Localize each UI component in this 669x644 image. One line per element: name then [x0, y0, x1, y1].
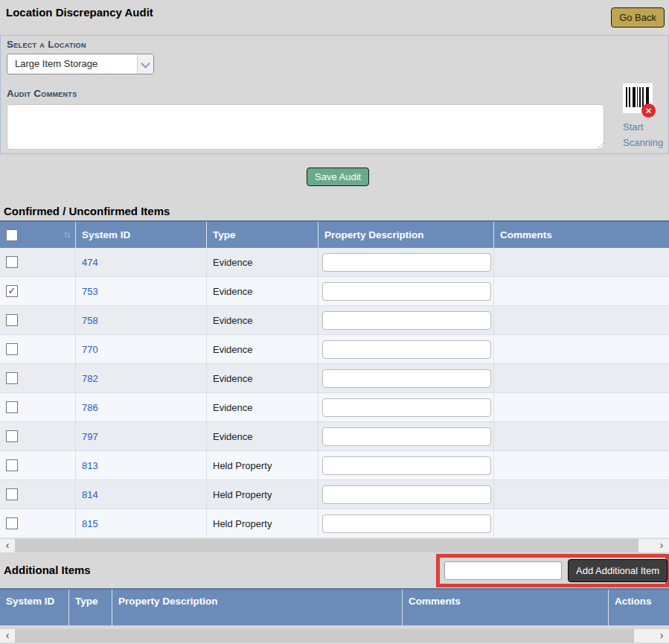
- property-description-input[interactable]: [322, 311, 491, 330]
- row-checkbox[interactable]: [6, 401, 18, 413]
- location-discrepancy-audit-page: Location Discrepancy Audit Go Back Selec…: [0, 0, 669, 644]
- comments-cell: [493, 480, 669, 508]
- column-header-actions[interactable]: Actions: [608, 590, 669, 625]
- table-row: 813 Held Property: [0, 451, 669, 480]
- comments-cell: [493, 451, 669, 479]
- comments-cell: [493, 393, 669, 421]
- system-id-link[interactable]: 758: [82, 315, 98, 326]
- table-row: 782 Evidence: [0, 364, 669, 393]
- row-checkbox[interactable]: [6, 256, 18, 268]
- row-checkbox[interactable]: [6, 488, 18, 500]
- column-header-system-id[interactable]: System ID: [0, 590, 68, 625]
- scrollbar-thumb[interactable]: [15, 629, 634, 643]
- system-id-link[interactable]: 814: [82, 489, 98, 500]
- system-id-link[interactable]: 474: [82, 257, 98, 268]
- add-additional-item-button[interactable]: Add Additional Item: [568, 559, 668, 582]
- system-id-link[interactable]: 753: [82, 286, 98, 297]
- row-checkbox[interactable]: [6, 314, 18, 326]
- column-header-comments[interactable]: Comments: [402, 590, 608, 625]
- page-title: Location Discrepancy Audit: [6, 6, 153, 19]
- type-cell: Evidence: [206, 335, 318, 363]
- location-select-value: Large Item Storage: [15, 54, 97, 74]
- table-row: 758 Evidence: [0, 306, 669, 335]
- confirmed-items-heading: Confirmed / Unconfirmed Items: [4, 205, 170, 217]
- confirmed-items-table-header: ↑↓ System ID Type Property Description C…: [0, 220, 669, 248]
- type-cell: Evidence: [206, 364, 318, 392]
- property-description-input[interactable]: [322, 514, 491, 533]
- scroll-right-icon[interactable]: ›: [654, 539, 669, 552]
- audit-comments-label: Audit Comments: [7, 88, 77, 99]
- comments-cell: [493, 509, 669, 538]
- property-description-input[interactable]: [322, 282, 491, 301]
- scroll-right-icon[interactable]: ›: [654, 629, 669, 643]
- scroll-left-icon[interactable]: ‹: [0, 539, 15, 552]
- system-id-link[interactable]: 782: [82, 373, 98, 384]
- scroll-left-icon[interactable]: ‹: [0, 629, 15, 643]
- column-header-type[interactable]: Type: [206, 222, 318, 251]
- additional-items-heading: Additional Items: [4, 564, 91, 576]
- row-checkbox[interactable]: [6, 372, 18, 384]
- type-cell: Evidence: [206, 248, 318, 276]
- type-cell: Evidence: [206, 422, 318, 450]
- start-scanning-label: Start Scanning: [623, 119, 666, 150]
- column-header-system-id[interactable]: System ID: [75, 222, 206, 251]
- table-row: 815 Held Property: [0, 509, 669, 538]
- property-description-input[interactable]: [322, 456, 491, 475]
- table-row: 797 Evidence: [0, 422, 669, 451]
- additional-items-table-header: System ID Type Property Description Comm…: [0, 588, 669, 625]
- type-cell: Held Property: [206, 451, 318, 479]
- column-header-property-description[interactable]: Property Description: [318, 222, 493, 251]
- comments-cell: [493, 277, 669, 305]
- row-checkbox[interactable]: [6, 430, 18, 442]
- comments-cell: [493, 335, 669, 363]
- scrollbar-thumb[interactable]: [15, 539, 638, 552]
- audit-comments-textarea[interactable]: [7, 104, 604, 150]
- property-description-input[interactable]: [322, 427, 491, 446]
- property-description-input[interactable]: [322, 253, 491, 272]
- property-description-input[interactable]: [322, 369, 491, 388]
- comments-cell: [493, 364, 669, 392]
- comments-cell: [493, 422, 669, 450]
- system-id-link[interactable]: 813: [82, 460, 98, 471]
- start-scanning-button[interactable]: × Start Scanning: [623, 83, 666, 150]
- type-cell: Evidence: [206, 277, 318, 305]
- location-label: Select a Location: [7, 39, 86, 50]
- chevron-down-icon: [137, 54, 153, 74]
- add-additional-item-input[interactable]: [444, 561, 562, 580]
- scan-disabled-badge-icon: ×: [641, 103, 656, 118]
- table-row: 770 Evidence: [0, 335, 669, 364]
- row-checkbox[interactable]: [6, 517, 18, 529]
- table-row: 814 Held Property: [0, 480, 669, 509]
- table-row: 474 Evidence: [0, 248, 669, 277]
- property-description-input[interactable]: [322, 398, 491, 417]
- type-cell: Held Property: [206, 480, 318, 508]
- additional-items-hscrollbar[interactable]: ‹ ›: [0, 629, 669, 643]
- comments-cell: [493, 248, 669, 276]
- comments-cell: [493, 306, 669, 334]
- row-checkbox[interactable]: ✓: [6, 285, 18, 297]
- column-header-comments[interactable]: Comments: [493, 222, 669, 251]
- type-cell: Evidence: [206, 306, 318, 334]
- location-select[interactable]: Large Item Storage: [7, 54, 154, 74]
- select-all-checkbox[interactable]: [6, 229, 18, 241]
- type-cell: Evidence: [206, 393, 318, 421]
- row-checkbox[interactable]: [6, 343, 18, 355]
- system-id-link[interactable]: 797: [82, 431, 98, 442]
- column-header-select-all[interactable]: ↑↓: [0, 222, 75, 251]
- confirmed-items-body: 474 Evidence ✓ 753 Evidence 758 Evidence…: [0, 248, 669, 538]
- row-checkbox[interactable]: [6, 459, 18, 471]
- property-description-input[interactable]: [322, 340, 491, 359]
- sort-icon[interactable]: ↑↓: [63, 222, 69, 248]
- go-back-button[interactable]: Go Back: [611, 7, 665, 28]
- annotation-highlight-box: Add Additional Item: [436, 554, 669, 587]
- system-id-link[interactable]: 786: [82, 402, 98, 413]
- save-audit-button[interactable]: Save Audit: [307, 168, 369, 186]
- system-id-link[interactable]: 770: [82, 344, 98, 355]
- column-header-property-description[interactable]: Property Description: [112, 590, 402, 625]
- confirmed-items-hscrollbar[interactable]: ‹ ›: [0, 539, 669, 552]
- system-id-link[interactable]: 815: [82, 518, 98, 529]
- table-row: ✓ 753 Evidence: [0, 277, 669, 306]
- barcode-icon[interactable]: ×: [623, 83, 653, 113]
- column-header-type[interactable]: Type: [68, 590, 112, 625]
- property-description-input[interactable]: [322, 485, 491, 504]
